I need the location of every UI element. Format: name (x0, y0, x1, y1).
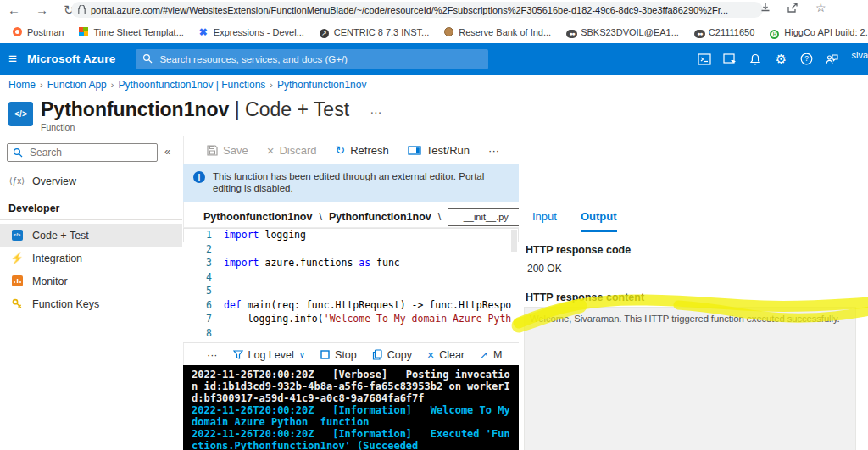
response-content-box[interactable]: Welcome, Sivaraman. This HTTP triggered … (524, 307, 856, 450)
sidebar-item-overview[interactable]: ⟨ƒx⟩Overview (0, 169, 182, 192)
clear-x-icon: × (427, 348, 434, 362)
green-h-icon: H (770, 27, 780, 37)
sidebar-item-integration[interactable]: ⚡Integration (0, 247, 182, 269)
maximize-button[interactable]: ↗ M (480, 349, 502, 361)
maximize-icon: ↗ (480, 349, 488, 361)
copy-icon (372, 349, 382, 360)
bookmark-item[interactable]: Reserve Bank of Ind... (438, 25, 557, 40)
bookmark-label: C21111650 (709, 27, 754, 37)
download-icon[interactable] (760, 2, 771, 14)
file-select[interactable]: __init__.py (448, 208, 524, 226)
key-icon (10, 297, 24, 311)
bookmark-item[interactable]: ●●C21111650 (688, 25, 760, 40)
stop-button[interactable]: Stop (320, 349, 357, 361)
sidebar-search[interactable] (7, 143, 158, 162)
breadcrumb-link[interactable]: Home (8, 79, 36, 91)
help-icon[interactable]: ? (795, 48, 817, 70)
sidebar-item-code-test[interactable]: </>Code + Test (0, 224, 182, 247)
back-icon[interactable]: ← (8, 1, 20, 19)
sidebar-item-label: Integration (32, 253, 82, 264)
stop-icon (320, 350, 330, 359)
copy-button[interactable]: Copy (372, 349, 412, 361)
code-line[interactable]: 4 (183, 270, 519, 285)
app-name[interactable]: Pythoonfunction1nov (203, 211, 312, 223)
sidebar-search-input[interactable] (28, 146, 133, 159)
azure-search[interactable] (136, 49, 488, 69)
bookmark-label: Time Sheet Templat... (93, 27, 183, 37)
breadcrumb-link[interactable]: Pythonfunction1nov (277, 79, 366, 91)
log-console[interactable]: 2022-11-26T20:00:20Z [Verbose] Posting i… (183, 365, 519, 450)
code-line[interactable]: 3import azure.functions as func (183, 256, 519, 270)
page-subtitle: Function (41, 122, 381, 132)
clear-button[interactable]: × Clear (427, 348, 465, 362)
collapse-sidebar-icon[interactable]: « (164, 145, 170, 158)
log-level-dropdown[interactable]: Log Level ∨ (233, 349, 306, 361)
code-line[interactable]: 2 (183, 242, 519, 257)
editor-scrollbar[interactable] (511, 230, 517, 252)
code-line[interactable]: 5 (183, 284, 519, 298)
coin-icon (444, 27, 454, 37)
url-text: portal.azure.com/#view/WebsitesExtension… (91, 5, 728, 15)
address-bar[interactable]: portal.azure.com/#view/WebsitesExtension… (71, 2, 763, 18)
azure-search-input[interactable] (136, 49, 488, 69)
breadcrumb-link[interactable]: Pythoonfunction1nov | Functions (118, 79, 265, 91)
bookmark-item[interactable]: ✖Expressions - Devel... (193, 25, 310, 40)
bookmark-item[interactable]: HHiggCo API build: 2... (764, 25, 868, 40)
code-line[interactable]: 7 logging.info('Welcome To My domain Azu… (183, 312, 519, 326)
info-icon: i (193, 171, 205, 183)
discard-button[interactable]: × Discard (267, 143, 317, 158)
settings-gear-icon[interactable]: ⚙ (770, 48, 792, 70)
toolbar-more-button[interactable]: ··· (488, 144, 499, 157)
sidebar-item-label: Monitor (32, 275, 68, 287)
user-name[interactable]: siva (851, 50, 868, 60)
response-code-label: HTTP response code (526, 244, 631, 256)
azure-header: ≡ Microsoft Azure ⚙ ? siva (0, 43, 868, 75)
microsoft-grid-icon (79, 27, 89, 37)
webmail-icon: ●● (694, 27, 704, 37)
chevron-down-icon: ∨ (299, 350, 305, 359)
forward-icon[interactable]: → (36, 1, 48, 19)
bookmark-item[interactable]: Postman (7, 25, 70, 40)
bookmark-label: Reserve Bank of Ind... (459, 27, 551, 37)
bookmark-label: SBKS23DVOIL@EA1... (581, 27, 679, 37)
azure-header-icons: ⚙ ? siva (693, 48, 868, 70)
directory-filter-icon[interactable] (719, 48, 741, 70)
refresh-button[interactable]: ↻ Refresh (335, 143, 388, 157)
sidebar-item-monitor[interactable]: Monitor (0, 269, 182, 292)
function-name[interactable]: Pythonfunction1nov (329, 211, 431, 223)
code-line[interactable]: 1import logging (183, 228, 519, 242)
keyword-token: def (224, 299, 242, 311)
test-run-button[interactable]: Test/Run (408, 144, 470, 157)
breadcrumb-link[interactable]: Function App (47, 79, 107, 91)
code-line[interactable]: 6def main(req: func.HttpRequest) -> func… (183, 298, 519, 313)
line-number: 5 (183, 285, 224, 297)
save-button[interactable]: Save (207, 144, 248, 157)
bookmark-item[interactable]: Time Sheet Templat... (73, 25, 189, 40)
search-icon (142, 53, 153, 64)
bookmark-item[interactable]: ●●SBKS23DVOIL@EA1... (560, 25, 685, 40)
page-title-block: </> Pythonfunction1nov | Code + Test ···… (8, 98, 381, 132)
sidebar-items: ⟨ƒx⟩OverviewDeveloper</>Code + Test⚡Inte… (0, 169, 182, 315)
tab-input[interactable]: Input (532, 210, 557, 232)
code-line[interactable]: 8 (183, 326, 519, 341)
share-icon[interactable] (787, 2, 798, 14)
search-icon (13, 147, 23, 158)
bookmark-item[interactable]: ↗CENTRIC 8 7.3 INST... (314, 25, 435, 40)
code-token: logging (259, 229, 306, 241)
cloud-shell-icon[interactable] (693, 48, 715, 70)
webmail-icon: ●● (566, 27, 576, 37)
feedback-icon[interactable] (821, 48, 843, 70)
sidebar-item-function-keys[interactable]: Function Keys (0, 292, 182, 315)
azure-brand[interactable]: Microsoft Azure (27, 53, 116, 65)
line-number: 7 (183, 313, 224, 325)
console-more-button[interactable]: ··· (207, 349, 218, 361)
function-code-icon: </> (8, 102, 33, 126)
notifications-bell-icon[interactable] (744, 48, 766, 70)
bookmark-star-icon[interactable]: ☆ (815, 1, 826, 14)
code-editor[interactable]: 1import logging23import azure.functions … (183, 227, 519, 343)
hamburger-menu-icon[interactable]: ≡ (8, 51, 17, 68)
tab-output[interactable]: Output (581, 210, 617, 232)
browser-toolbar: ← → ↻ portal.azure.com/#view/WebsitesExt… (0, 0, 868, 21)
line-number: 4 (183, 271, 224, 283)
title-more-icon[interactable]: ··· (370, 105, 381, 119)
